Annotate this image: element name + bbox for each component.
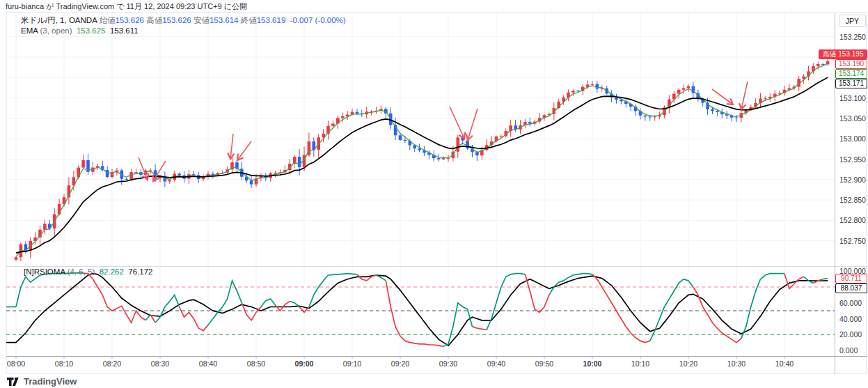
rsioma-params: (4, 6, 5): [68, 267, 95, 276]
rsioma-legend: [N]RSIOMA (4, 6, 5) 82.262 76.172: [24, 267, 152, 276]
low-value: 153.614: [210, 16, 239, 24]
header-text: が: [44, 2, 56, 10]
rsioma-name: [N]RSIOMA: [24, 267, 65, 276]
ema-params: (3, open): [40, 26, 72, 35]
rsioma-signal-value: 76.172: [128, 267, 152, 276]
open-value: 153.626: [115, 16, 144, 24]
chart-canvas[interactable]: [0, 0, 868, 388]
tradingview-published-chart: furu-bianca が TradingView.com で 11月 12, …: [0, 0, 868, 388]
ema-legend: EMA (3, open) 153.625 153.611: [21, 26, 139, 35]
open-label: 始値: [99, 16, 115, 24]
tradingview-site-link[interactable]: TradingView.com: [56, 2, 114, 10]
high-label: 高値: [146, 16, 162, 24]
high-value: 153.626: [162, 16, 191, 24]
low-label: 安値: [194, 16, 210, 24]
publish-header: furu-bianca が TradingView.com で 11月 12, …: [6, 1, 247, 12]
ema-fast-value: 153.625: [77, 26, 106, 35]
symbol-title: 米ドル/円, 1, OANDA: [21, 16, 97, 24]
tradingview-logo-icon: [6, 377, 19, 387]
currency-unit-button[interactable]: JPY: [839, 15, 866, 27]
publisher-user-link[interactable]: furu-bianca: [6, 2, 44, 10]
rsioma-main-value: 82.262: [100, 267, 124, 276]
tradingview-footer-link[interactable]: TradingView: [6, 376, 77, 387]
widget-frame: [6, 13, 867, 373]
close-label: 終値: [241, 16, 257, 24]
close-value: 153.619: [257, 16, 286, 24]
header-text: で: [114, 2, 126, 10]
rsioma-main-line: [823, 279, 828, 279]
publish-timestamp: 11月 12, 2024 09:23 UTC+9 に公開: [127, 2, 247, 10]
change-value: -0.007 (-0.00%): [290, 16, 346, 24]
ema-name: EMA: [21, 26, 38, 35]
tradingview-footer-label: TradingView: [24, 376, 77, 387]
ema-slow-value: 153.611: [110, 26, 139, 35]
symbol-legend: 米ドル/円, 1, OANDA 始値153.626 高値153.626 安値15…: [21, 15, 346, 26]
